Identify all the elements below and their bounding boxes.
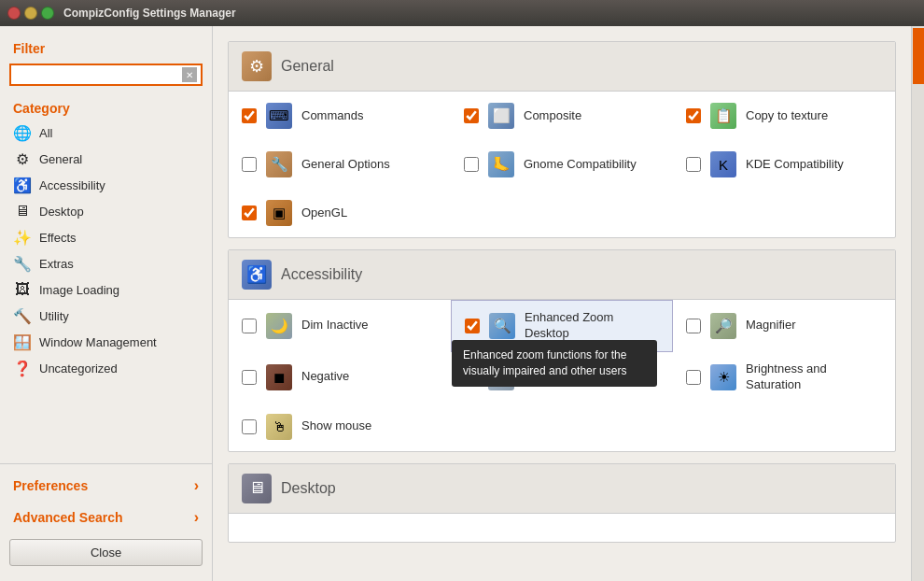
show-mouse-checkbox[interactable] xyxy=(242,419,257,434)
plugin-composite[interactable]: ⬜ Composite xyxy=(451,92,673,140)
general-section-header: ⚙ General xyxy=(229,42,895,92)
magnifier-checkbox[interactable] xyxy=(686,319,701,333)
desktop-section-title: Desktop xyxy=(281,480,336,497)
brightness-icon: ☀ xyxy=(710,364,736,390)
copy-texture-icon-wrap: 📋 xyxy=(708,101,738,131)
sidebar-item-utility-label: Utility xyxy=(39,309,69,323)
gnome-checkbox[interactable] xyxy=(464,157,479,172)
plugin-commands[interactable]: ⌨ Commands xyxy=(229,92,451,140)
gnome-label: Gnome Compatibility xyxy=(524,157,637,173)
enhanced-zoom-icon: 🔍 xyxy=(489,313,515,339)
sidebar-item-all[interactable]: 🌐 All xyxy=(0,120,212,146)
vertical-scrollbar[interactable] xyxy=(911,26,924,581)
category-label: Category xyxy=(0,95,212,120)
opengl-checkbox[interactable] xyxy=(242,205,257,220)
magnifier-label: Magnifier xyxy=(746,318,795,333)
plugin-enhanced-zoom[interactable]: 🔍 Enhanced Zoom Desktop Enhanced zoom fu… xyxy=(451,300,673,352)
kde-checkbox[interactable] xyxy=(686,157,701,172)
kde-icon-wrap: K xyxy=(708,149,738,179)
opacify-icon: ◻ xyxy=(488,364,514,390)
sidebar-item-general[interactable]: ⚙ General xyxy=(0,146,212,172)
all-icon: 🌐 xyxy=(13,123,32,142)
opacify-label: Opacify xyxy=(524,369,565,385)
plugin-opacify[interactable]: ◻ Opacify xyxy=(451,352,673,403)
plugin-negative[interactable]: ◼ Negative xyxy=(229,352,451,403)
window-controls xyxy=(7,7,54,20)
plugin-copy-texture[interactable]: 📋 Copy to texture xyxy=(673,92,895,140)
brightness-checkbox[interactable] xyxy=(686,370,701,385)
minimize-button[interactable] xyxy=(24,7,37,20)
commands-checkbox[interactable] xyxy=(242,108,257,123)
show-mouse-label: Show mouse xyxy=(301,418,371,434)
general-icon: ⚙ xyxy=(13,149,32,168)
search-box[interactable]: ✕ xyxy=(9,64,203,86)
composite-checkbox[interactable] xyxy=(464,108,479,123)
desktop-section: 🖥 Desktop xyxy=(228,463,896,543)
app-body: Filter ✕ Category 🌐 All ⚙ General ♿ Acce… xyxy=(0,26,924,581)
general-section-title: General xyxy=(281,58,334,75)
search-input[interactable] xyxy=(15,68,182,82)
opacify-icon-wrap: ◻ xyxy=(486,362,516,392)
general-section: ⚙ General ⌨ Commands ⬜ xyxy=(228,41,896,238)
plugin-kde[interactable]: K KDE Compatibility xyxy=(673,140,895,189)
close-window-button[interactable] xyxy=(7,7,21,20)
plugin-opengl[interactable]: ▣ OpenGL xyxy=(229,189,451,237)
advanced-search-expandable[interactable]: Advanced Search › xyxy=(0,502,212,533)
preferences-label: Preferences xyxy=(13,478,88,493)
sidebar-item-extras-label: Extras xyxy=(39,257,74,271)
advanced-search-arrow-icon: › xyxy=(194,509,199,526)
plugin-brightness[interactable]: ☀ Brightness and Saturation xyxy=(673,352,895,403)
negative-icon-wrap: ◼ xyxy=(264,362,294,392)
sidebar-item-utility[interactable]: 🔨 Utility xyxy=(0,303,212,329)
plugin-dim-inactive[interactable]: 🌙 Dim Inactive xyxy=(229,300,451,352)
preferences-expandable[interactable]: Preferences › xyxy=(0,470,212,502)
accessibility-plugins-grid: 🌙 Dim Inactive 🔍 Enhanced Zoom Desktop E… xyxy=(229,300,895,451)
sidebar-item-image-loading-label: Image Loading xyxy=(39,283,119,297)
negative-checkbox[interactable] xyxy=(242,370,257,385)
plugin-general-options[interactable]: 🔧 General Options xyxy=(229,140,451,189)
scrollbar-thumb[interactable] xyxy=(913,28,924,84)
copy-texture-checkbox[interactable] xyxy=(686,108,701,123)
general-plugins-grid: ⌨ Commands ⬜ Composite 📋 xyxy=(229,92,895,237)
sidebar-bottom: Preferences › Advanced Search › Close xyxy=(0,463,212,572)
opengl-icon: ▣ xyxy=(266,200,292,226)
enhanced-zoom-checkbox[interactable] xyxy=(465,319,480,333)
sidebar-item-uncategorized[interactable]: ❓ Uncategorized xyxy=(0,355,212,381)
opacify-checkbox[interactable] xyxy=(464,370,479,385)
brightness-icon-wrap: ☀ xyxy=(708,362,738,392)
composite-icon-wrap: ⬜ xyxy=(486,101,516,131)
plugin-gnome[interactable]: 🦶 Gnome Compatibility xyxy=(451,140,673,189)
search-clear-button[interactable]: ✕ xyxy=(182,67,197,82)
maximize-button[interactable] xyxy=(41,7,54,20)
sidebar-item-effects-label: Effects xyxy=(39,231,77,245)
brightness-label: Brightness and Saturation xyxy=(746,361,882,393)
sidebar-item-all-label: All xyxy=(39,126,52,140)
close-button[interactable]: Close xyxy=(9,539,203,566)
plugin-show-mouse[interactable]: 🖱 Show mouse xyxy=(229,403,451,451)
sidebar-item-effects[interactable]: ✨ Effects xyxy=(0,224,212,250)
general-options-icon: 🔧 xyxy=(266,151,292,177)
show-mouse-icon-wrap: 🖱 xyxy=(264,412,294,442)
sidebar-item-extras[interactable]: 🔧 Extras xyxy=(0,250,212,276)
sidebar-item-desktop[interactable]: 🖥 Desktop xyxy=(0,198,212,224)
close-btn-container: Close xyxy=(0,533,212,572)
dim-inactive-checkbox[interactable] xyxy=(242,319,257,333)
window-management-icon: 🪟 xyxy=(13,333,32,351)
show-mouse-icon: 🖱 xyxy=(266,414,292,440)
composite-label: Composite xyxy=(524,108,581,124)
copy-texture-label: Copy to texture xyxy=(746,108,828,124)
sidebar-item-image-loading[interactable]: 🖼 Image Loading xyxy=(0,276,212,303)
preferences-arrow-icon: › xyxy=(194,477,199,494)
title-bar: CompizConfig Settings Manager xyxy=(0,0,924,26)
sidebar-item-window-management[interactable]: 🪟 Window Management xyxy=(0,329,212,355)
composite-icon: ⬜ xyxy=(488,103,514,129)
sidebar-item-window-management-label: Window Management xyxy=(39,335,157,349)
sidebar-item-general-label: General xyxy=(39,152,82,166)
negative-icon: ◼ xyxy=(266,364,292,390)
sidebar-item-accessibility[interactable]: ♿ Accessibility xyxy=(0,172,212,198)
enhanced-zoom-label: Enhanced Zoom Desktop xyxy=(525,310,659,342)
kde-label: KDE Compatibility xyxy=(746,157,844,173)
plugin-magnifier[interactable]: 🔎 Magnifier xyxy=(673,300,895,352)
general-options-checkbox[interactable] xyxy=(242,157,257,172)
accessibility-section: ♿ Accessibility 🌙 Dim Inactive 🔍 xyxy=(228,249,896,452)
